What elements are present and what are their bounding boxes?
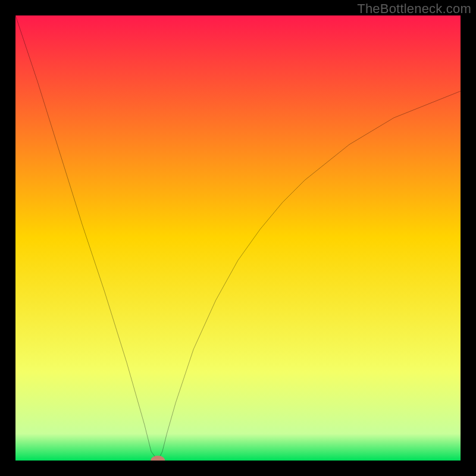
- gradient-background: [15, 15, 461, 461]
- chart-frame: TheBottleneck.com: [0, 0, 476, 476]
- watermark-text: TheBottleneck.com: [357, 1, 471, 17]
- bottleneck-plot: [15, 15, 461, 461]
- plot-svg: [15, 15, 461, 461]
